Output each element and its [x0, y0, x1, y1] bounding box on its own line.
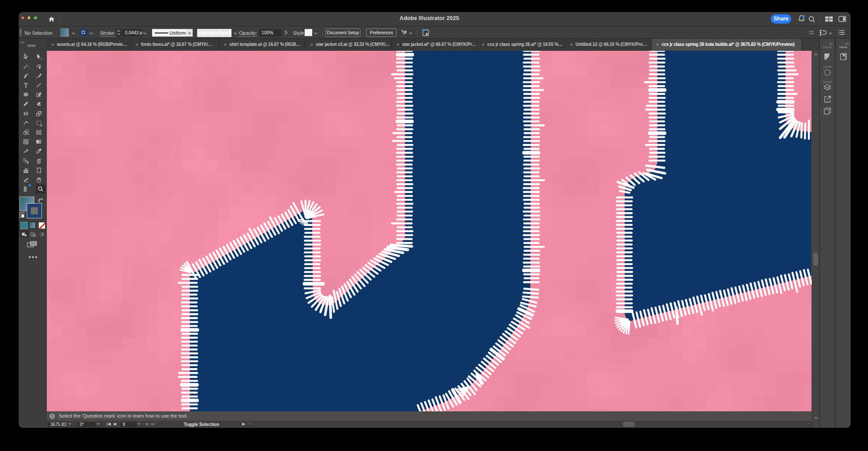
svg-text:?: ?	[51, 414, 54, 418]
